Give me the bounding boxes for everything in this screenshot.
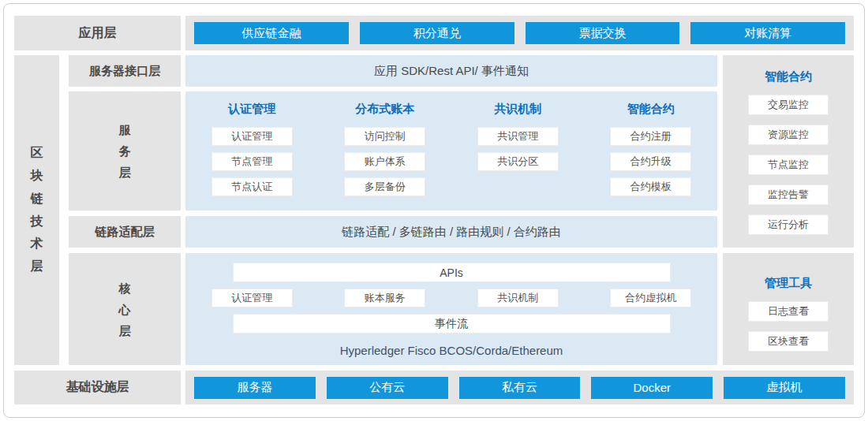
core-module: 认证管理 xyxy=(211,289,293,307)
service-column-ledger: 分布式账本 访问控制 账户体系 多层备份 xyxy=(319,102,452,210)
link-layer-label: 链路适配层 xyxy=(69,216,181,248)
core-module: 合约虚拟机 xyxy=(610,289,691,307)
panel-item: 监控告警 xyxy=(748,184,829,205)
application-layer-label: 应用层 xyxy=(14,16,181,50)
panel-item: 日志查看 xyxy=(748,301,829,322)
service-column-smart-contract: 智能合约 合约注册 合约升级 合约模板 xyxy=(585,102,718,210)
core-layer-panel: APIs 认证管理 账本服务 共识机制 合约虚拟机 事件流 Hyperledge… xyxy=(185,253,717,365)
sublayer-label-column: 服务器接口层 服务层 链路适配层 核心层 xyxy=(69,55,181,365)
service-item: 合约模板 xyxy=(610,177,691,196)
link-layer-bar: 链路适配 / 多链路由 / 路由规则 / 合约路由 xyxy=(185,216,717,248)
core-layer-label: 核心层 xyxy=(69,253,181,365)
core-event-stream-bar: 事件流 xyxy=(233,314,671,333)
infra-item-private-cloud: 私有云 xyxy=(459,377,581,399)
interface-layer-label: 服务器接口层 xyxy=(69,55,181,87)
app-item-points-exchange: 积分通兑 xyxy=(360,22,514,44)
tech-layer-content-column: 应用 SDK/Rest API/ 事件通知 认证管理 认证管理 节点管理 节点认… xyxy=(185,55,717,365)
infra-item-public-cloud: 公有云 xyxy=(327,377,448,399)
service-item: 共识分区 xyxy=(477,152,559,171)
blockchain-tech-layer-label: 区块链技术层 xyxy=(14,55,59,365)
core-modules-row: 认证管理 账本服务 共识机制 合约虚拟机 xyxy=(185,289,717,307)
panel-item: 运行分析 xyxy=(748,214,829,235)
infra-item-vm: 虚拟机 xyxy=(724,377,845,399)
service-item: 账户体系 xyxy=(344,152,425,171)
service-item: 节点管理 xyxy=(211,152,293,171)
blockchain-architecture-diagram: 应用层 供应链金融 积分通兑 票据交换 对账清算 区块链技术层 服务器接口层 服… xyxy=(0,0,868,421)
core-module: 共识机制 xyxy=(477,289,559,307)
infrastructure-layer-label: 基础设施层 xyxy=(14,371,181,404)
service-item: 多层备份 xyxy=(344,177,425,196)
panel-item: 区块查看 xyxy=(748,331,829,352)
service-item: 认证管理 xyxy=(211,127,293,146)
app-item-bill-exchange: 票据交换 xyxy=(526,22,680,44)
infrastructure-layer-row: 基础设施层 服务器 公有云 私有云 Docker 虚拟机 xyxy=(14,371,854,404)
application-layer-row: 应用层 供应链金融 积分通兑 票据交换 对账清算 xyxy=(14,16,854,50)
smart-contract-panel: 智能合约 交易监控 资源监控 节点监控 监控告警 运行分析 xyxy=(723,55,854,248)
service-column-auth: 认证管理 认证管理 节点管理 节点认证 xyxy=(185,102,319,210)
core-apis-bar: APIs xyxy=(233,263,671,282)
application-layer-strip: 供应链金融 积分通兑 票据交换 对账清算 xyxy=(185,16,854,50)
service-item: 访问控制 xyxy=(344,127,425,146)
management-tools-panel: 管理工具 日志查看 区块查看 xyxy=(723,253,854,365)
infra-item-docker: Docker xyxy=(591,377,713,399)
app-item-reconciliation-clearing: 对账清算 xyxy=(690,22,845,44)
infrastructure-layer-strip: 服务器 公有云 私有云 Docker 虚拟机 xyxy=(185,371,854,404)
service-layer-label: 服务层 xyxy=(69,91,181,210)
panel-item: 节点监控 xyxy=(748,155,829,175)
blockchain-tech-layer: 区块链技术层 服务器接口层 服务层 链路适配层 核心层 应用 SDK/Rest … xyxy=(14,55,854,365)
service-item: 节点认证 xyxy=(211,177,293,196)
service-column-consensus: 共识机制 共识管理 共识分区 xyxy=(451,102,585,210)
panel-item: 交易监控 xyxy=(748,95,829,115)
right-panel-column: 智能合约 交易监控 资源监控 节点监控 监控告警 运行分析 管理工具 日志查看 … xyxy=(723,55,854,365)
core-platforms-text: Hyperledger Fisco BCOS/Corda/Ethereum xyxy=(340,344,563,357)
service-item: 合约升级 xyxy=(610,152,691,171)
service-item: 共识管理 xyxy=(477,127,559,146)
infra-item-server: 服务器 xyxy=(194,377,316,399)
core-module: 账本服务 xyxy=(344,289,425,307)
app-item-supply-chain-finance: 供应链金融 xyxy=(194,22,349,44)
panel-item: 资源监控 xyxy=(748,125,829,145)
diagram-frame: 应用层 供应链金融 积分通兑 票据交换 对账清算 区块链技术层 服务器接口层 服… xyxy=(3,3,865,418)
service-item: 合约注册 xyxy=(610,127,691,146)
service-layer-panel: 认证管理 认证管理 节点管理 节点认证 分布式账本 访问控制 账户体系 多层备份… xyxy=(185,91,717,210)
interface-layer-bar: 应用 SDK/Rest API/ 事件通知 xyxy=(185,55,717,87)
